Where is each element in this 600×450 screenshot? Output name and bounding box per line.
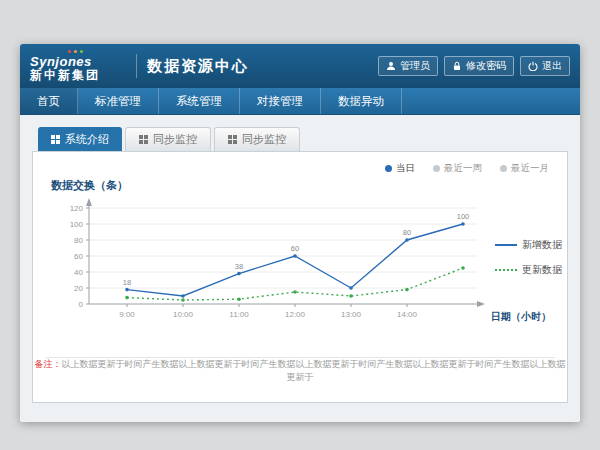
nav-item-label: 数据异动 bbox=[338, 94, 384, 109]
tab-bar: 系统介绍 同步监控 同步监控 bbox=[38, 127, 568, 151]
filter-label: 最近一周 bbox=[444, 162, 482, 175]
tab-sync-monitor-1[interactable]: 同步监控 bbox=[125, 127, 211, 151]
admin-user-button[interactable]: 管理员 bbox=[378, 56, 438, 76]
svg-text:0: 0 bbox=[79, 300, 84, 309]
exchange-line-chart: 0204060801001209:0010:0011:0012:0013:001… bbox=[39, 192, 501, 322]
svg-text:120: 120 bbox=[70, 204, 84, 213]
svg-text:60: 60 bbox=[74, 252, 83, 261]
logo-subtext: 新中新集团 bbox=[30, 69, 126, 82]
power-icon bbox=[528, 61, 538, 71]
admin-user-label: 管理员 bbox=[400, 59, 430, 73]
footnote-text: 以上数据更新于时间产生数据以上数据更新于时间产生数据以上数据更新于时间产生数据以… bbox=[62, 359, 566, 382]
legend-item-new-data[interactable]: 新增数据 bbox=[495, 238, 562, 252]
svg-text:100: 100 bbox=[70, 220, 84, 229]
user-icon bbox=[386, 61, 396, 71]
svg-text:14:00: 14:00 bbox=[397, 310, 418, 319]
nav-item-data-change[interactable]: 数据异动 bbox=[321, 88, 402, 114]
filter-last-month[interactable]: 最近一月 bbox=[500, 162, 549, 175]
nav-item-label: 对接管理 bbox=[257, 94, 303, 109]
desktop: { "header": { "logo_text": "Synjones", "… bbox=[0, 0, 600, 450]
svg-text:20: 20 bbox=[74, 284, 83, 293]
grid-icon bbox=[228, 135, 237, 144]
header-divider bbox=[136, 54, 137, 78]
chart-container: 0204060801001209:0010:0011:0012:0013:001… bbox=[39, 192, 501, 322]
x-axis-title: 日期（小时） bbox=[491, 310, 551, 324]
change-password-label: 修改密码 bbox=[466, 59, 506, 73]
radio-dot-icon bbox=[500, 165, 507, 172]
svg-text:80: 80 bbox=[403, 228, 411, 237]
change-password-button[interactable]: 修改密码 bbox=[444, 56, 514, 76]
radio-dot-icon bbox=[433, 165, 440, 172]
brand-logo: Synjones 新中新集团 bbox=[30, 50, 126, 82]
logout-label: 退出 bbox=[542, 59, 562, 73]
filter-label: 当日 bbox=[396, 162, 415, 175]
filter-today[interactable]: 当日 bbox=[385, 162, 415, 175]
svg-text:10:00: 10:00 bbox=[173, 310, 194, 319]
y-axis-title: 数据交换（条） bbox=[51, 178, 128, 193]
nav-item-interface-mgmt[interactable]: 对接管理 bbox=[240, 88, 321, 114]
grid-icon bbox=[51, 135, 60, 144]
svg-text:38: 38 bbox=[235, 262, 243, 271]
nav-item-system-mgmt[interactable]: 系统管理 bbox=[159, 88, 240, 114]
logout-button[interactable]: 退出 bbox=[520, 56, 570, 76]
solid-line-icon bbox=[495, 244, 517, 246]
svg-text:18: 18 bbox=[123, 278, 131, 287]
radio-dot-icon bbox=[385, 165, 392, 172]
svg-text:40: 40 bbox=[74, 268, 83, 277]
range-filter-group: 当日 最近一周 最近一月 bbox=[385, 162, 549, 175]
content-area: 系统介绍 同步监控 同步监控 当日 最近一周 最近一月 数据交换（条 bbox=[20, 115, 580, 422]
chart-panel: 当日 最近一周 最近一月 数据交换（条） 0204060801001209:00… bbox=[32, 151, 568, 403]
app-header: Synjones 新中新集团 数据资源中心 管理员 修改密码 退出 bbox=[20, 44, 580, 88]
nav-item-label: 标准管理 bbox=[95, 94, 141, 109]
app-window: Synjones 新中新集团 数据资源中心 管理员 修改密码 退出 首页 标准管 bbox=[20, 44, 580, 422]
lock-icon bbox=[452, 61, 462, 71]
tab-label: 同步监控 bbox=[153, 132, 197, 147]
svg-text:11:00: 11:00 bbox=[229, 310, 249, 319]
series-legend: 新增数据 更新数据 bbox=[495, 238, 562, 288]
nav-item-label: 首页 bbox=[37, 94, 60, 109]
tab-label: 同步监控 bbox=[242, 132, 286, 147]
svg-text:13:00: 13:00 bbox=[341, 310, 362, 319]
filter-last-week[interactable]: 最近一周 bbox=[433, 162, 482, 175]
svg-text:60: 60 bbox=[291, 244, 299, 253]
footnote: 备注：以上数据更新于时间产生数据以上数据更新于时间产生数据以上数据更新于时间产生… bbox=[33, 358, 567, 384]
grid-icon bbox=[139, 135, 148, 144]
nav-item-home[interactable]: 首页 bbox=[20, 88, 78, 114]
nav-item-standard-mgmt[interactable]: 标准管理 bbox=[78, 88, 159, 114]
footnote-label: 备注： bbox=[35, 359, 62, 369]
svg-text:12:00: 12:00 bbox=[285, 310, 306, 319]
tab-system-intro[interactable]: 系统介绍 bbox=[38, 127, 122, 151]
filter-label: 最近一月 bbox=[511, 162, 549, 175]
nav-item-label: 系统管理 bbox=[176, 94, 222, 109]
main-nav: 首页 标准管理 系统管理 对接管理 数据异动 bbox=[20, 88, 580, 115]
logo-text: Synjones bbox=[30, 55, 126, 69]
tab-label: 系统介绍 bbox=[65, 132, 109, 147]
dotted-line-icon bbox=[495, 269, 517, 271]
page-title: 数据资源中心 bbox=[147, 57, 249, 76]
legend-item-updated-data[interactable]: 更新数据 bbox=[495, 263, 562, 277]
svg-text:100: 100 bbox=[457, 212, 470, 221]
svg-text:80: 80 bbox=[74, 236, 83, 245]
svg-text:9:00: 9:00 bbox=[119, 310, 135, 319]
tab-sync-monitor-2[interactable]: 同步监控 bbox=[214, 127, 300, 151]
legend-label: 新增数据 bbox=[522, 238, 562, 252]
legend-label: 更新数据 bbox=[522, 263, 562, 277]
